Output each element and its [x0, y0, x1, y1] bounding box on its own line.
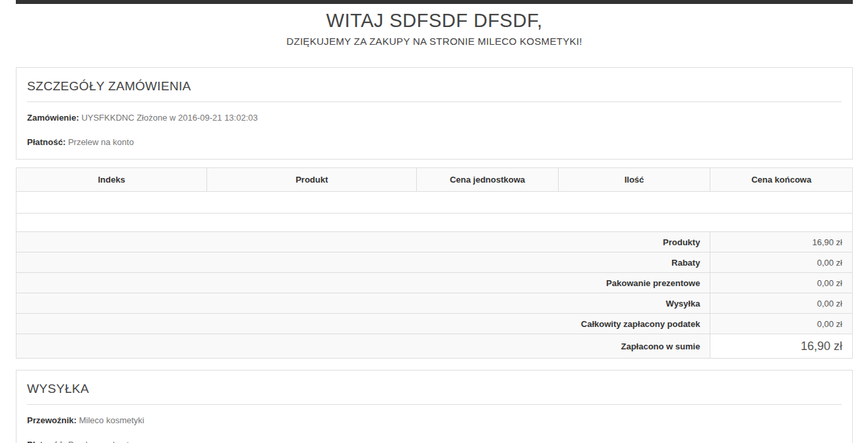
- order-payment-value: Przelew na konto: [68, 137, 134, 147]
- summary-label: Wysyłka: [16, 293, 710, 314]
- order-number-value: UYSFKKDNC Złożone w 2016-09-21 13:02:03: [81, 113, 257, 123]
- shipping-carrier-value: Mileco kosmetyki: [79, 415, 144, 425]
- empty-spacer-row: [16, 214, 853, 232]
- empty-spacer-cell: [16, 214, 853, 232]
- welcome-subtitle: DZIĘKUJEMY ZA ZAKUPY NA STRONIE MILECO K…: [16, 36, 853, 47]
- summary-label: Rabaty: [16, 252, 710, 273]
- total-paid-label: Zapłacono w sumie: [16, 334, 710, 359]
- empty-product-row: [16, 192, 853, 214]
- summary-value: 0,00 zł: [710, 273, 853, 293]
- summary-row-gift-wrap: Pakowanie prezentowe 0,00 zł: [16, 273, 853, 293]
- summary-label: Pakowanie prezentowe: [16, 273, 710, 293]
- welcome-header: WITAJ SDFSDF DFSDF, DZIĘKUJEMY ZA ZAKUPY…: [16, 4, 853, 47]
- summary-row-products: Produkty 16,90 zł: [16, 232, 853, 252]
- summary-row-tax: Całkowity zapłacony podatek 0,00 zł: [16, 314, 853, 334]
- column-header-cena-koncowa: Cena końcowa: [710, 168, 853, 192]
- empty-product-cell: [16, 192, 853, 214]
- order-items-table: Indeks Produkt Cena jednostkowa Ilość Ce…: [16, 167, 853, 359]
- order-payment-line: Płatność: Przelew na konto: [27, 136, 842, 148]
- order-number-label: Zamówienie:: [27, 113, 79, 123]
- summary-value: 16,90 zł: [710, 232, 853, 252]
- summary-label: Produkty: [16, 232, 710, 252]
- welcome-title: WITAJ SDFSDF DFSDF,: [16, 10, 853, 32]
- summary-label: Całkowity zapłacony podatek: [16, 314, 710, 334]
- shipping-heading: WYSYŁKA: [27, 380, 842, 405]
- column-header-indeks: Indeks: [16, 168, 207, 192]
- shipping-payment-label: Płatność:: [27, 440, 66, 443]
- summary-row-discounts: Rabaty 0,00 zł: [16, 252, 853, 273]
- summary-value: 0,00 zł: [710, 252, 853, 273]
- summary-value: 0,00 zł: [710, 314, 853, 334]
- summary-row-total-paid: Zapłacono w sumie 16,90 zł: [16, 334, 853, 359]
- order-details-heading: SZCZEGÓŁY ZAMÓWIENIA: [27, 78, 842, 102]
- order-payment-label: Płatność:: [27, 137, 66, 147]
- column-header-produkt: Produkt: [207, 168, 417, 192]
- order-number-line: Zamówienie: UYSFKKDNC Złożone w 2016-09-…: [27, 112, 842, 124]
- shipping-section: WYSYŁKA Przewoźnik: Mileco kosmetyki Pła…: [16, 370, 853, 443]
- summary-row-shipping: Wysyłka 0,00 zł: [16, 293, 853, 314]
- table-header-row: Indeks Produkt Cena jednostkowa Ilość Ce…: [16, 168, 853, 192]
- column-header-cena-jednostkowa: Cena jednostkowa: [417, 168, 558, 192]
- column-header-ilosc: Ilość: [558, 168, 710, 192]
- shipping-payment-line: Płatność: Przelew na konto: [27, 439, 842, 443]
- shipping-payment-value: Przelew na konto: [68, 440, 134, 443]
- order-details-section: SZCZEGÓŁY ZAMÓWIENIA Zamówienie: UYSFKKD…: [16, 67, 853, 160]
- shipping-carrier-label: Przewoźnik:: [27, 415, 77, 425]
- summary-value: 0,00 zł: [710, 293, 853, 314]
- total-paid-value: 16,90 zł: [710, 334, 853, 359]
- order-confirmation-page: WITAJ SDFSDF DFSDF, DZIĘKUJEMY ZA ZAKUPY…: [0, 0, 868, 443]
- shipping-carrier-line: Przewoźnik: Mileco kosmetyki: [27, 415, 842, 427]
